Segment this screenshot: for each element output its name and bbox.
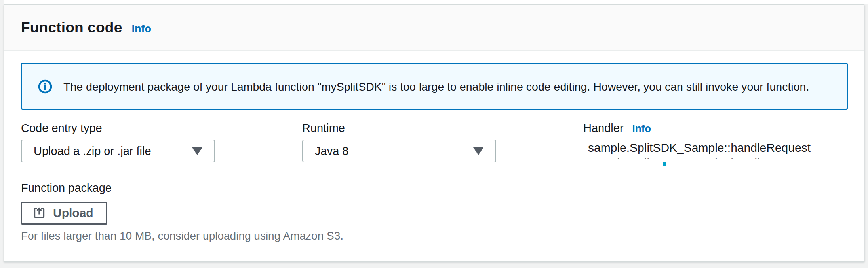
function-package-label: Function package xyxy=(21,180,343,196)
handler-info-link[interactable]: Info xyxy=(632,121,651,136)
code-settings-row: Code entry type Upload a .zip or .jar fi… xyxy=(21,120,864,162)
field-runtime: Runtime Java 8 xyxy=(302,120,583,162)
upload-button-label: Upload xyxy=(53,206,93,220)
function-code-panel: Function code Info The deployment packag… xyxy=(4,4,864,262)
code-entry-type-label: Code entry type xyxy=(21,120,302,136)
panel-info-link[interactable]: Info xyxy=(131,23,151,35)
handler-value: sample.SplitSDK_Sample::handleRequest xyxy=(583,140,864,156)
runtime-selected-value: Java 8 xyxy=(315,145,348,158)
field-code-entry-type: Code entry type Upload a .zip or .jar fi… xyxy=(21,120,302,162)
handler-value-clipped-ghost: sample.SplitSDK_Sample::handleRequest xyxy=(583,156,864,159)
text-caret xyxy=(663,162,666,166)
handler-label-row: Handler Info xyxy=(583,120,864,136)
caret-down-icon xyxy=(473,147,483,155)
code-entry-type-select[interactable]: Upload a .zip or .jar file xyxy=(21,140,215,162)
inline-editing-alert: The deployment package of your Lambda fu… xyxy=(21,63,848,110)
alert-message: The deployment package of your Lambda fu… xyxy=(63,79,809,94)
upload-button[interactable]: Upload xyxy=(21,202,107,225)
runtime-select[interactable]: Java 8 xyxy=(302,140,496,162)
panel-header: Function code Info xyxy=(4,5,864,51)
page-top-strip xyxy=(4,0,868,4)
panel-title: Function code xyxy=(21,19,122,36)
info-circle-icon xyxy=(38,79,52,94)
field-handler: Handler Info sample.SplitSDK_Sample::han… xyxy=(583,120,864,162)
caret-down-icon xyxy=(192,147,202,155)
function-package-section: Function package Upload For files larger… xyxy=(21,180,343,242)
handler-label: Handler xyxy=(583,120,624,136)
upload-icon xyxy=(32,206,46,220)
runtime-label: Runtime xyxy=(302,120,583,136)
code-entry-type-selected-value: Upload a .zip or .jar file xyxy=(34,145,151,158)
upload-help-text: For files larger than 10 MB, consider up… xyxy=(21,230,343,242)
